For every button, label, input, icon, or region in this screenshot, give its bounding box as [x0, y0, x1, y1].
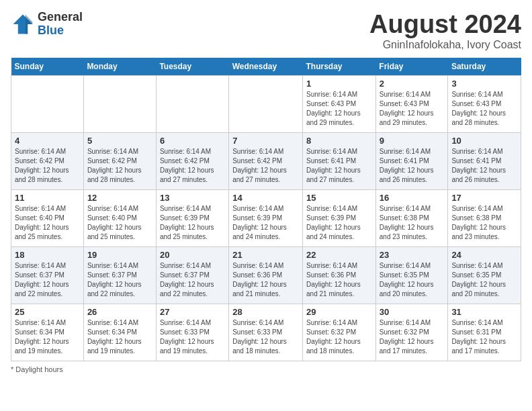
day-number: 12 [87, 193, 152, 203]
day-number: 21 [232, 250, 299, 260]
day-number: 13 [160, 193, 225, 203]
col-thursday: Thursday [303, 58, 376, 76]
calendar-cell [156, 75, 228, 132]
day-info: Sunrise: 6:14 AMSunset: 6:38 PMDaylight:… [380, 204, 445, 242]
calendar-cell: 17Sunrise: 6:14 AMSunset: 6:38 PMDayligh… [448, 189, 521, 246]
calendar-cell: 16Sunrise: 6:14 AMSunset: 6:38 PMDayligh… [375, 189, 448, 246]
calendar-cell: 8Sunrise: 6:14 AMSunset: 6:41 PMDaylight… [303, 132, 376, 189]
calendar-body: 1Sunrise: 6:14 AMSunset: 6:43 PMDaylight… [11, 75, 521, 361]
calendar-cell: 15Sunrise: 6:14 AMSunset: 6:39 PMDayligh… [303, 189, 376, 246]
calendar-cell: 26Sunrise: 6:14 AMSunset: 6:34 PMDayligh… [83, 304, 156, 361]
day-number: 10 [451, 136, 517, 146]
calendar-cell: 5Sunrise: 6:14 AMSunset: 6:42 PMDaylight… [83, 132, 156, 189]
day-number: 19 [87, 250, 152, 260]
calendar-cell: 23Sunrise: 6:14 AMSunset: 6:35 PMDayligh… [375, 246, 448, 304]
calendar-cell: 6Sunrise: 6:14 AMSunset: 6:42 PMDaylight… [156, 132, 228, 189]
calendar-cell: 30Sunrise: 6:14 AMSunset: 6:32 PMDayligh… [375, 304, 448, 361]
col-saturday: Saturday [448, 58, 521, 76]
location-title: GninInafolokaha, Ivory Coast [369, 39, 521, 51]
day-info: Sunrise: 6:14 AMSunset: 6:43 PMDaylight:… [451, 90, 517, 128]
calendar-cell: 24Sunrise: 6:14 AMSunset: 6:35 PMDayligh… [448, 246, 521, 304]
header-row: Sunday Monday Tuesday Wednesday Thursday… [11, 58, 521, 76]
day-info: Sunrise: 6:14 AMSunset: 6:33 PMDaylight:… [232, 318, 299, 356]
calendar-cell: 4Sunrise: 6:14 AMSunset: 6:42 PMDaylight… [11, 132, 84, 189]
day-number: 31 [451, 307, 517, 317]
day-info: Sunrise: 6:14 AMSunset: 6:39 PMDaylight:… [160, 204, 225, 242]
day-info: Sunrise: 6:14 AMSunset: 6:34 PMDaylight:… [87, 318, 152, 356]
calendar-week-2: 4Sunrise: 6:14 AMSunset: 6:42 PMDaylight… [11, 132, 521, 189]
calendar-week-3: 11Sunrise: 6:14 AMSunset: 6:40 PMDayligh… [11, 189, 521, 246]
calendar-cell: 28Sunrise: 6:14 AMSunset: 6:33 PMDayligh… [229, 304, 303, 361]
calendar-cell: 25Sunrise: 6:14 AMSunset: 6:34 PMDayligh… [11, 304, 84, 361]
logo-icon [11, 12, 35, 36]
day-info: Sunrise: 6:14 AMSunset: 6:42 PMDaylight:… [87, 147, 152, 185]
day-number: 5 [87, 136, 152, 146]
logo-general: General [38, 11, 83, 24]
calendar-cell: 31Sunrise: 6:14 AMSunset: 6:31 PMDayligh… [448, 304, 521, 361]
day-number: 22 [306, 250, 372, 260]
calendar-week-4: 18Sunrise: 6:14 AMSunset: 6:37 PMDayligh… [11, 246, 521, 304]
day-number: 8 [306, 136, 372, 146]
day-info: Sunrise: 6:14 AMSunset: 6:37 PMDaylight:… [160, 261, 225, 299]
day-info: Sunrise: 6:14 AMSunset: 6:39 PMDaylight:… [232, 204, 299, 242]
day-info: Sunrise: 6:14 AMSunset: 6:39 PMDaylight:… [306, 204, 372, 242]
day-info: Sunrise: 6:14 AMSunset: 6:41 PMDaylight:… [380, 147, 445, 185]
day-info: Sunrise: 6:14 AMSunset: 6:35 PMDaylight:… [380, 261, 445, 299]
day-info: Sunrise: 6:14 AMSunset: 6:42 PMDaylight:… [160, 147, 225, 185]
day-number: 4 [15, 136, 80, 146]
calendar-cell: 10Sunrise: 6:14 AMSunset: 6:41 PMDayligh… [448, 132, 521, 189]
day-number: 24 [451, 250, 517, 260]
calendar-header: Sunday Monday Tuesday Wednesday Thursday… [11, 58, 521, 76]
calendar-cell: 22Sunrise: 6:14 AMSunset: 6:36 PMDayligh… [303, 246, 376, 304]
calendar-cell: 29Sunrise: 6:14 AMSunset: 6:32 PMDayligh… [303, 304, 376, 361]
calendar-cell [83, 75, 156, 132]
col-sunday: Sunday [11, 58, 84, 76]
col-monday: Monday [83, 58, 156, 76]
calendar-cell: 12Sunrise: 6:14 AMSunset: 6:40 PMDayligh… [83, 189, 156, 246]
day-info: Sunrise: 6:14 AMSunset: 6:31 PMDaylight:… [451, 318, 517, 356]
day-number: 30 [380, 307, 445, 317]
day-info: Sunrise: 6:14 AMSunset: 6:32 PMDaylight:… [306, 318, 372, 356]
day-number: 23 [380, 250, 445, 260]
day-number: 6 [160, 136, 225, 146]
day-info: Sunrise: 6:14 AMSunset: 6:36 PMDaylight:… [306, 261, 372, 299]
calendar-cell: 13Sunrise: 6:14 AMSunset: 6:39 PMDayligh… [156, 189, 228, 246]
calendar-cell: 7Sunrise: 6:14 AMSunset: 6:42 PMDaylight… [229, 132, 303, 189]
day-info: Sunrise: 6:14 AMSunset: 6:37 PMDaylight:… [15, 261, 80, 299]
day-info: Sunrise: 6:14 AMSunset: 6:43 PMDaylight:… [306, 90, 372, 128]
day-info: Sunrise: 6:14 AMSunset: 6:38 PMDaylight:… [451, 204, 517, 242]
day-number: 11 [15, 193, 80, 203]
day-number: 25 [15, 307, 80, 317]
day-number: 28 [232, 307, 299, 317]
day-number: 9 [380, 136, 445, 146]
col-wednesday: Wednesday [229, 58, 303, 76]
page-header: General Blue August 2024 GninInafolokaha… [11, 11, 521, 51]
day-number: 27 [160, 307, 225, 317]
calendar-cell [229, 75, 303, 132]
day-info: Sunrise: 6:14 AMSunset: 6:40 PMDaylight:… [15, 204, 80, 242]
day-number: 3 [451, 79, 517, 89]
calendar-cell [11, 75, 84, 132]
day-number: 16 [380, 193, 445, 203]
day-number: 26 [87, 307, 152, 317]
logo-blue: Blue [38, 24, 83, 38]
svg-marker-1 [26, 14, 33, 34]
day-info: Sunrise: 6:14 AMSunset: 6:42 PMDaylight:… [232, 147, 299, 185]
day-info: Sunrise: 6:14 AMSunset: 6:37 PMDaylight:… [87, 261, 152, 299]
day-number: 1 [306, 79, 372, 89]
month-title: August 2024 [369, 11, 521, 39]
calendar-cell: 27Sunrise: 6:14 AMSunset: 6:33 PMDayligh… [156, 304, 228, 361]
day-info: Sunrise: 6:14 AMSunset: 6:41 PMDaylight:… [306, 147, 372, 185]
logo-text: General Blue [38, 11, 83, 38]
calendar-table: Sunday Monday Tuesday Wednesday Thursday… [11, 58, 521, 361]
day-number: 20 [160, 250, 225, 260]
calendar-cell: 19Sunrise: 6:14 AMSunset: 6:37 PMDayligh… [83, 246, 156, 304]
day-info: Sunrise: 6:14 AMSunset: 6:34 PMDaylight:… [15, 318, 80, 356]
day-info: Sunrise: 6:14 AMSunset: 6:41 PMDaylight:… [451, 147, 517, 185]
calendar-week-1: 1Sunrise: 6:14 AMSunset: 6:43 PMDaylight… [11, 75, 521, 132]
calendar-cell: 14Sunrise: 6:14 AMSunset: 6:39 PMDayligh… [229, 189, 303, 246]
calendar-cell: 11Sunrise: 6:14 AMSunset: 6:40 PMDayligh… [11, 189, 84, 246]
calendar-cell: 2Sunrise: 6:14 AMSunset: 6:43 PMDaylight… [375, 75, 448, 132]
day-number: 17 [451, 193, 517, 203]
footer-text: Daylight hours [15, 365, 62, 373]
